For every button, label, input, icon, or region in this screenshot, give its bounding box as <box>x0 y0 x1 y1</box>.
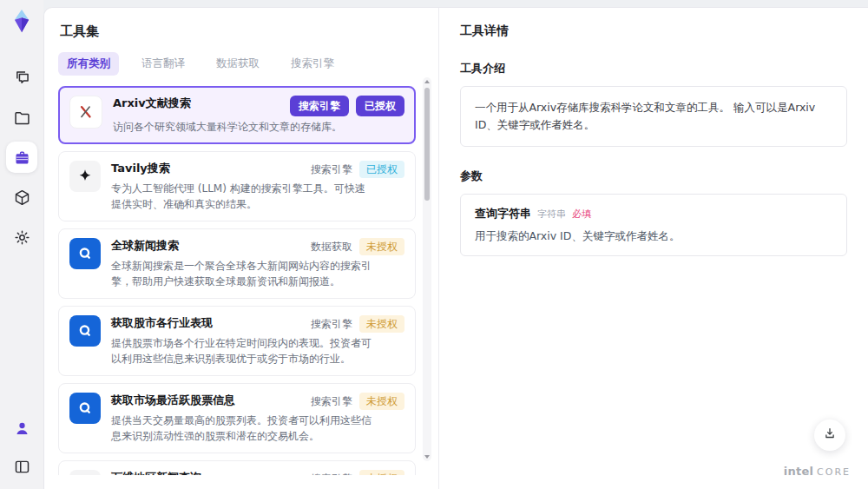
tag-已授权: 已授权 <box>356 96 404 116</box>
tool-name: Tavily搜索 <box>111 161 170 176</box>
rail-bottom <box>6 413 37 482</box>
tool-name: 获取股市各行业表现 <box>111 315 213 331</box>
page-title: 工具集 <box>60 23 438 40</box>
download-button[interactable] <box>814 420 845 451</box>
param-box: 查询字符串 字符串 必填 用于搜索的Arxiv ID、关键字或作者姓名。 <box>460 194 847 256</box>
tool-tags: 搜索引擎已授权 <box>311 161 404 178</box>
rail-item-user-icon[interactable] <box>6 413 37 444</box>
tool-tags: 搜索引擎未授权 <box>311 315 404 333</box>
tool-card-content: 全球新闻搜索数据获取未授权全球新闻搜索是一个聚合全球各大新闻网站内容的搜索引擎，… <box>111 238 404 289</box>
sparkle-icon <box>69 161 101 192</box>
tag-未授权: 未授权 <box>359 470 404 475</box>
tool-card-content: 获取市场最活跃股票信息搜索引擎未授权提供当天交易量最高的股票列表。投资者可以利用… <box>111 393 404 444</box>
tool-card-3[interactable]: 获取股市各行业表现搜索引擎未授权提供股票市场各个行业在特定时间段内的表现。投资者… <box>58 306 416 376</box>
app-window: 工具集 所有类别语言翻译数据获取搜索引擎 Arxiv文献搜索搜索引擎已授权访问各… <box>0 0 868 489</box>
app-logo-crystal-icon[interactable] <box>9 8 35 34</box>
building-news-icon <box>69 470 101 475</box>
scroll-down-arrow-icon[interactable] <box>424 455 430 459</box>
param-type: 字符串 <box>537 208 566 221</box>
tag-搜索引擎: 搜索引擎 <box>311 393 352 410</box>
category-tab-2[interactable]: 数据获取 <box>207 52 268 76</box>
category-tabs: 所有类别语言翻译数据获取搜索引擎 <box>58 52 438 76</box>
tool-description: 专为人工智能代理 (LLM) 构建的搜索引擎工具。可快速提供实时、准确和真实的结… <box>111 181 372 212</box>
news-search-blue-icon <box>69 393 101 424</box>
rail-item-toolbox-icon[interactable] <box>6 142 37 173</box>
tag-未授权: 未授权 <box>359 315 404 333</box>
tag-未授权: 未授权 <box>359 238 404 255</box>
rail-item-folder-icon[interactable] <box>6 102 37 133</box>
tool-description: 提供当天交易量最高的股票列表。投资者可以利用这些信息来识别流动性强的股票和潜在的… <box>111 413 372 444</box>
rail-item-package-icon[interactable] <box>6 182 37 213</box>
tool-card-4[interactable]: 获取市场最活跃股票信息搜索引擎未授权提供当天交易量最高的股票列表。投资者可以利用… <box>58 383 416 453</box>
category-tab-3[interactable]: 搜索引擎 <box>282 52 343 76</box>
scroll-up-arrow-icon[interactable] <box>424 80 430 83</box>
rail-item-chat-icon[interactable] <box>6 62 37 93</box>
rail-item-settings-icon[interactable] <box>6 221 37 253</box>
tool-list: Arxiv文献搜索搜索引擎已授权访问各个研究领域大量科学论文和文章的存储库。Ta… <box>58 86 416 475</box>
tool-description: 全球新闻搜索是一个聚合全球各大新闻网站内容的搜索引擎，帮助用户快速获取全球最新资… <box>111 258 372 289</box>
rail-item-panel-toggle-icon[interactable] <box>6 451 37 482</box>
tool-tags: 搜索引擎未授权 <box>311 470 404 475</box>
tag-搜索引擎: 搜索引擎 <box>311 161 352 178</box>
tag-已授权: 已授权 <box>359 161 404 178</box>
category-tab-0[interactable]: 所有类别 <box>58 52 119 76</box>
intro-box: 一个用于从Arxiv存储库搜索科学论文和文章的工具。 输入可以是Arxiv ID… <box>460 86 847 147</box>
tool-card-content: 获取股市各行业表现搜索引擎未授权提供股票市场各个行业在特定时间段内的表现。投资者… <box>111 315 404 367</box>
tag-搜索引擎: 搜索引擎 <box>311 470 352 475</box>
tool-card-content: Arxiv文献搜索搜索引擎已授权访问各个研究领域大量科学论文和文章的存储库。 <box>113 96 404 135</box>
brand-core-label: core <box>817 466 851 478</box>
intro-heading: 工具介绍 <box>460 61 847 76</box>
arxiv-icon <box>69 96 102 129</box>
tool-tags: 搜索引擎未授权 <box>311 393 404 410</box>
download-icon <box>822 426 838 445</box>
category-tab-1[interactable]: 语言翻译 <box>133 52 194 76</box>
param-head: 查询字符串 字符串 必填 <box>475 206 832 221</box>
tool-name: 获取市场最活跃股票信息 <box>111 393 235 408</box>
tool-tags: 数据获取未授权 <box>311 238 404 255</box>
tool-name: 全球新闻搜索 <box>111 238 179 254</box>
tool-detail-panel: 工具详情 工具介绍 一个用于从Arxiv存储库搜索科学论文和文章的工具。 输入可… <box>439 8 868 489</box>
tool-description: 访问各个研究领域大量科学论文和文章的存储库。 <box>113 119 373 135</box>
detail-title: 工具详情 <box>460 23 847 39</box>
scrollbar-thumb[interactable] <box>424 88 430 201</box>
news-search-blue-icon <box>69 238 101 269</box>
tool-name: 万维地区新闻查询 <box>111 470 201 475</box>
tool-card-1[interactable]: Tavily搜索搜索引擎已授权专为人工智能代理 (LLM) 构建的搜索引擎工具。… <box>58 151 416 221</box>
tool-name: Arxiv文献搜索 <box>113 96 191 111</box>
tag-搜索引擎: 搜索引擎 <box>290 96 349 116</box>
tool-card-2[interactable]: 全球新闻搜索数据获取未授权全球新闻搜索是一个聚合全球各大新闻网站内容的搜索引擎，… <box>58 228 416 299</box>
tool-card-content: 万维地区新闻查询搜索引擎未授权查询具体行政区划内的新闻，快速了解各地新闻动 <box>111 470 404 475</box>
tool-card-content: Tavily搜索搜索引擎已授权专为人工智能代理 (LLM) 构建的搜索引擎工具。… <box>111 161 404 212</box>
brand-intel-label: intel <box>784 465 813 478</box>
tag-数据获取: 数据获取 <box>311 238 352 255</box>
param-name: 查询字符串 <box>475 206 531 221</box>
news-search-blue-icon <box>69 315 101 347</box>
brand-watermark: intel core <box>784 465 851 478</box>
tool-card-0[interactable]: Arxiv文献搜索搜索引擎已授权访问各个研究领域大量科学论文和文章的存储库。 <box>58 86 416 144</box>
tool-list-panel: 工具集 所有类别语言翻译数据获取搜索引擎 Arxiv文献搜索搜索引擎已授权访问各… <box>44 8 439 489</box>
intro-text: 一个用于从Arxiv存储库搜索科学论文和文章的工具。 输入可以是Arxiv ID… <box>475 101 815 131</box>
list-scrollbar[interactable] <box>423 77 431 461</box>
params-heading: 参数 <box>460 169 847 184</box>
tag-未授权: 未授权 <box>359 393 404 410</box>
main-surface: 工具集 所有类别语言翻译数据获取搜索引擎 Arxiv文献搜索搜索引擎已授权访问各… <box>43 7 868 489</box>
tool-tags: 搜索引擎已授权 <box>290 96 404 116</box>
param-desc: 用于搜索的Arxiv ID、关键字或作者姓名。 <box>475 229 832 244</box>
tool-card-5[interactable]: 万维地区新闻查询搜索引擎未授权查询具体行政区划内的新闻，快速了解各地新闻动 <box>58 460 416 475</box>
param-required-badge: 必填 <box>572 208 591 221</box>
tag-搜索引擎: 搜索引擎 <box>311 315 352 333</box>
left-rail <box>0 0 43 489</box>
tool-description: 提供股票市场各个行业在特定时间段内的表现。投资者可以利用这些信息来识别表现优于或… <box>111 335 372 367</box>
rail-nav <box>6 62 37 253</box>
